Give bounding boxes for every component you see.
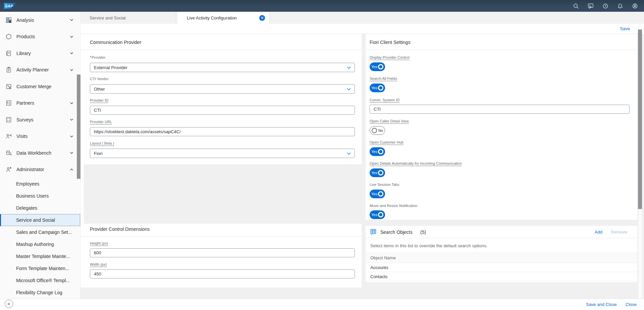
open-customer-hub-toggle[interactable]: Yes: [370, 147, 385, 156]
notifications-bell-icon[interactable]: [617, 3, 623, 9]
select-value: Fiori: [94, 151, 102, 156]
search-icon[interactable]: [573, 3, 579, 9]
partners-icon: [6, 100, 13, 106]
sidebar-item-label: Master Template Mainte...: [16, 254, 70, 259]
recent-activity-icon[interactable]: [602, 3, 608, 9]
sap-logo: SAP: [4, 3, 16, 9]
products-icon: [6, 34, 13, 40]
layout-beta-label: Layout ( Beta ): [90, 141, 114, 146]
save-and-close-button[interactable]: Save and Close: [586, 302, 617, 307]
search-objects-hint: Select items in this list to override th…: [370, 243, 487, 248]
display-provider-control-label: Display Provider Control: [370, 55, 410, 60]
surveys-icon: [6, 117, 13, 123]
sidebar-item-partners[interactable]: Partners: [0, 95, 80, 112]
call-feedback-icon[interactable]: [588, 3, 594, 9]
open-details-automatically-toggle[interactable]: Yes: [370, 168, 385, 177]
empty-area: [84, 164, 362, 224]
live-session-tabs-label: Live Session Tabs: [370, 183, 399, 187]
sidebar-item-mashup-authoring[interactable]: Mashup Authoring: [0, 238, 80, 250]
remove-button[interactable]: Remove: [611, 229, 627, 235]
communication-provider-panel: Communication Provider *Provider Externa…: [80, 34, 362, 288]
close-button[interactable]: Close: [626, 302, 637, 307]
search-all-fields-toggle[interactable]: Yes: [370, 84, 385, 92]
comm-system-id-input[interactable]: [370, 105, 630, 114]
activity-planner-icon: [6, 67, 13, 73]
sidebar-item-customer-merge[interactable]: Customer Merge: [0, 78, 80, 95]
tab-live-activity-configuration[interactable]: Live Activity Configuration: [177, 12, 270, 24]
sidebar-item-microsoft-office-templates[interactable]: Microsoft Office® Templ...: [0, 274, 80, 287]
search-objects-title: Search Objects: [380, 229, 413, 235]
sidebar-item-business-users[interactable]: Business Users: [0, 190, 80, 202]
sidebar-item-sales-and-campaign-settings[interactable]: Sales and Campaign Set...: [0, 226, 80, 238]
sidebar-item-label: Partners: [16, 100, 34, 106]
sidebar-item-delegates[interactable]: Delegates: [0, 202, 80, 214]
add-button[interactable]: Add: [595, 229, 602, 235]
table-row-contacts[interactable]: Contacts: [366, 272, 637, 281]
sidebar-item-label: Data Workbench: [16, 150, 51, 156]
sidebar-scrollbar-thumb[interactable]: [77, 74, 80, 179]
toggle-knob: [372, 128, 377, 133]
table-row-accounts[interactable]: Accounts: [366, 263, 637, 272]
data-workbench-icon: [6, 150, 13, 156]
toggle-state-label: Yes: [371, 213, 377, 217]
library-icon: [6, 50, 13, 56]
sidebar-item-label: Employees: [16, 181, 39, 187]
toggle-knob: [378, 170, 383, 175]
sidebar-item-label: Flexibility Change Log: [16, 290, 62, 295]
table-view-icon[interactable]: [370, 229, 377, 237]
sidebar-item-visits[interactable]: Visits: [0, 128, 80, 145]
toggle-knob: [378, 212, 383, 217]
collapse-sidebar-button[interactable]: «: [5, 300, 13, 308]
page-scrollbar-thumb[interactable]: [638, 30, 642, 209]
sidebar-item-service-and-social[interactable]: Service and Social: [0, 214, 80, 226]
sidebar-item-analysis[interactable]: Analysis: [0, 12, 80, 29]
sidebar-item-flexibility-change-log[interactable]: Flexibility Change Log: [0, 287, 80, 299]
height-px-input[interactable]: [90, 248, 355, 257]
provider-url-input[interactable]: [90, 127, 355, 136]
section-title-communication-provider: Communication Provider: [90, 40, 141, 45]
move-and-resize-notification-label: Move and Resize Notification: [370, 204, 417, 208]
sidebar-item-label: Products: [16, 34, 35, 39]
live-session-tabs-toggle[interactable]: Yes: [370, 190, 385, 198]
sidebar-item-surveys[interactable]: Surveys: [0, 111, 80, 128]
administrator-icon: [6, 166, 13, 172]
provider-id-input[interactable]: [90, 106, 355, 115]
chevron-down-icon: [70, 152, 73, 154]
sidebar-item-administrator[interactable]: Administrator: [0, 161, 80, 178]
open-caller-detail-view-toggle[interactable]: No: [370, 126, 385, 135]
sidebar-item-label: Business Users: [16, 193, 49, 199]
chevron-down-icon: [70, 69, 73, 71]
sidebar-item-library[interactable]: Library: [0, 45, 80, 62]
sidebar-item-activity-planner[interactable]: Activity Planner: [0, 62, 80, 79]
toggle-knob: [378, 149, 383, 154]
tab-service-and-social[interactable]: Service and Social: [80, 12, 176, 24]
sidebar-item-products[interactable]: Products: [0, 29, 80, 45]
close-tab-icon[interactable]: [259, 15, 265, 21]
visits-icon: [6, 133, 13, 139]
sidebar-item-data-workbench[interactable]: Data Workbench: [0, 145, 80, 161]
sidebar-item-label: Service and Social: [16, 217, 55, 223]
layout-beta-select[interactable]: Fiori: [90, 149, 355, 158]
account-icon[interactable]: [632, 3, 638, 9]
comm-system-id-label: Comm. System ID: [370, 98, 399, 103]
chevron-down-icon: [70, 118, 73, 121]
open-caller-detail-view-label: Open Caller Detail View: [370, 119, 409, 124]
width-px-label: Width (px): [90, 262, 107, 267]
toggle-state-label: Yes: [371, 65, 377, 69]
sidebar-item-label: Sales and Campaign Set...: [16, 229, 72, 235]
width-px-input[interactable]: [90, 269, 355, 278]
sidebar-item-master-template-maintenance[interactable]: Master Template Mainte...: [0, 250, 80, 262]
cti-vendor-select[interactable]: Other: [90, 84, 355, 94]
save-button[interactable]: Save: [620, 26, 630, 31]
sidebar-item-form-template-maintenance[interactable]: Form Template Mainten...: [0, 262, 80, 274]
display-provider-control-toggle[interactable]: Yes: [370, 62, 385, 71]
move-and-resize-notification-toggle[interactable]: Yes: [370, 210, 385, 219]
sidebar-item-label: Visits: [16, 134, 28, 139]
provider-select[interactable]: External Provider: [90, 63, 355, 72]
toggle-knob: [378, 85, 383, 91]
shell-bar: SAP: [0, 0, 644, 12]
chevron-down-icon: [347, 66, 351, 69]
section-title-fiori-client-settings: Fiori Client Settings: [370, 40, 410, 45]
sidebar-item-employees[interactable]: Employees: [0, 178, 80, 190]
required-marker: *: [90, 55, 91, 59]
